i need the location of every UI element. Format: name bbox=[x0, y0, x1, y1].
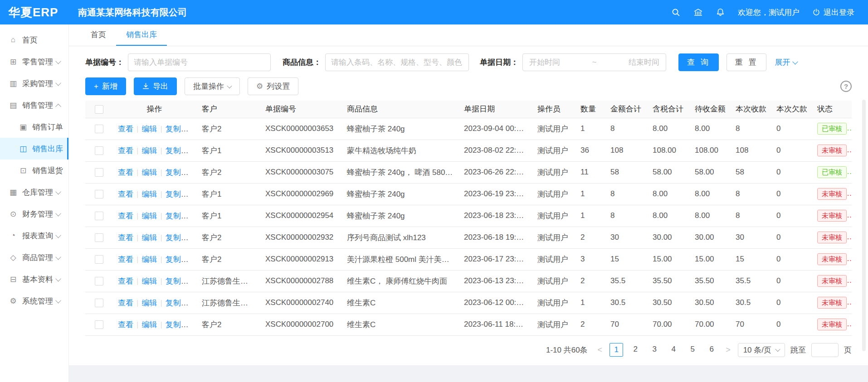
delete-link[interactable]: 删除 bbox=[189, 299, 196, 307]
page-number-3[interactable]: 3 bbox=[648, 343, 661, 357]
row-checkbox[interactable] bbox=[95, 299, 103, 307]
delete-link[interactable]: 删除 bbox=[189, 255, 196, 264]
sidebar-item-home[interactable]: ⌂ 首页 bbox=[0, 29, 68, 51]
page-number-4[interactable]: 4 bbox=[667, 343, 680, 357]
bell-icon[interactable] bbox=[716, 8, 725, 17]
view-link[interactable]: 查看 bbox=[118, 255, 133, 264]
copy-link[interactable]: 复制 bbox=[166, 146, 189, 155]
select-all-checkbox[interactable] bbox=[95, 105, 103, 114]
row-checkbox[interactable] bbox=[95, 255, 103, 264]
delete-link[interactable]: 删除 bbox=[189, 168, 196, 177]
delete-link[interactable]: 删除 bbox=[189, 190, 196, 198]
sidebar-item-sales[interactable]: ▤ 销售管理 bbox=[0, 94, 68, 116]
view-link[interactable]: 查看 bbox=[118, 190, 133, 198]
date-range-picker[interactable]: 开始时间 ~ 结束时间 bbox=[522, 53, 666, 71]
search-icon[interactable] bbox=[671, 8, 681, 17]
next-page-button[interactable]: > bbox=[724, 345, 732, 355]
column-settings-button[interactable]: ⚙ 列设置 bbox=[248, 77, 298, 95]
edit-link[interactable]: 编辑 bbox=[141, 255, 157, 264]
page-number-2[interactable]: 2 bbox=[629, 343, 642, 357]
edit-link[interactable]: 编辑 bbox=[141, 212, 157, 220]
row-checkbox[interactable] bbox=[95, 190, 103, 198]
export-button[interactable]: 导出 bbox=[134, 77, 177, 95]
sidebar-item-basic-data[interactable]: ⊟ 基本资料 bbox=[0, 268, 68, 290]
material-label: 商品信息： bbox=[283, 57, 321, 68]
row-checkbox[interactable] bbox=[95, 146, 103, 155]
separator: | bbox=[160, 277, 162, 285]
view-link[interactable]: 查看 bbox=[118, 277, 133, 285]
sidebar-item-products[interactable]: ◇ 商品管理 bbox=[0, 247, 68, 268]
reset-button[interactable]: 重 置 bbox=[727, 53, 767, 71]
delete-link[interactable]: 删除 bbox=[189, 212, 196, 220]
row-checkbox[interactable] bbox=[95, 233, 103, 242]
view-link[interactable]: 查看 bbox=[118, 168, 133, 177]
table-scrollbar[interactable] bbox=[862, 100, 866, 351]
edit-link[interactable]: 编辑 bbox=[141, 190, 157, 198]
edit-link[interactable]: 编辑 bbox=[141, 125, 157, 133]
sidebar-item-sales-outbound[interactable]: ◫ 销售出库 bbox=[0, 138, 68, 160]
bank-icon[interactable] bbox=[693, 8, 703, 17]
separator: | bbox=[160, 190, 162, 198]
sidebar-item-sales-order[interactable]: ▣ 销售订单 bbox=[0, 116, 68, 138]
batch-operations-button[interactable]: 批量操作 bbox=[185, 77, 240, 95]
edit-link[interactable]: 编辑 bbox=[141, 299, 157, 307]
view-link[interactable]: 查看 bbox=[118, 320, 133, 329]
sidebar-item-system[interactable]: ⚙ 系统管理 bbox=[0, 290, 68, 312]
copy-link[interactable]: 复制 bbox=[166, 125, 189, 133]
copy-link[interactable]: 复制 bbox=[166, 233, 189, 242]
page-number-1[interactable]: 1 bbox=[610, 343, 623, 357]
expand-toggle[interactable]: 展开 bbox=[775, 57, 797, 68]
sidebar-item-label: 销售订单 bbox=[32, 122, 63, 132]
sidebar-item-warehouse[interactable]: ▦ 仓库管理 bbox=[0, 181, 68, 203]
logout-button[interactable]: 退出登录 bbox=[812, 7, 854, 18]
row-checkbox[interactable] bbox=[95, 125, 103, 133]
search-button[interactable]: 查 询 bbox=[678, 53, 719, 71]
sidebar-item-purchase[interactable]: ▥ 采购管理 bbox=[0, 73, 68, 94]
copy-link[interactable]: 复制 bbox=[166, 320, 189, 329]
copy-link[interactable]: 复制 bbox=[166, 190, 189, 198]
material-input[interactable] bbox=[325, 53, 469, 71]
page-number-5[interactable]: 5 bbox=[686, 343, 699, 357]
jump-page-input[interactable] bbox=[811, 343, 839, 357]
tab-sales-outbound[interactable]: 销售出库 bbox=[116, 24, 167, 46]
copy-link[interactable]: 复制 bbox=[166, 168, 189, 177]
sidebar-item-retail[interactable]: ⊞ 零售管理 bbox=[0, 51, 68, 73]
pagination-total: 1-10 共60条 bbox=[546, 345, 588, 355]
prev-page-button[interactable]: < bbox=[596, 345, 605, 355]
view-link[interactable]: 查看 bbox=[118, 146, 133, 155]
delete-link[interactable]: 删除 bbox=[189, 320, 196, 329]
copy-link[interactable]: 复制 bbox=[166, 255, 189, 264]
delete-link[interactable]: 删除 bbox=[189, 125, 196, 133]
row-checkbox[interactable] bbox=[95, 277, 103, 285]
add-button[interactable]: + 新增 bbox=[85, 77, 126, 95]
edit-link[interactable]: 编辑 bbox=[141, 320, 157, 329]
delete-link[interactable]: 删除 bbox=[189, 146, 196, 155]
row-checkbox[interactable] bbox=[95, 320, 103, 329]
sidebar-item-finance[interactable]: ⊙ 财务管理 bbox=[0, 203, 68, 225]
page-number-6[interactable]: 6 bbox=[705, 343, 718, 357]
view-link[interactable]: 查看 bbox=[118, 212, 133, 220]
view-link[interactable]: 查看 bbox=[118, 125, 133, 133]
tab-home[interactable]: 首页 bbox=[81, 24, 116, 46]
copy-link[interactable]: 复制 bbox=[166, 277, 189, 285]
copy-link[interactable]: 复制 bbox=[166, 299, 189, 307]
sidebar-item-sales-return[interactable]: ⊡ 销售退货 bbox=[0, 160, 68, 181]
edit-link[interactable]: 编辑 bbox=[141, 168, 157, 177]
view-link[interactable]: 查看 bbox=[118, 233, 133, 242]
row-checkbox[interactable] bbox=[95, 168, 103, 177]
page-size-select[interactable]: 10 条/页 bbox=[738, 343, 785, 357]
sidebar-item-reports[interactable]: ◔ 报表查询 bbox=[0, 225, 68, 247]
help-icon[interactable]: ? bbox=[840, 81, 852, 92]
edit-link[interactable]: 编辑 bbox=[141, 233, 157, 242]
delete-link[interactable]: 删除 bbox=[189, 233, 196, 242]
edit-link[interactable]: 编辑 bbox=[141, 277, 157, 285]
warehouse-icon: ▦ bbox=[8, 188, 18, 197]
row-checkbox[interactable] bbox=[95, 212, 103, 220]
edit-link[interactable]: 编辑 bbox=[141, 146, 157, 155]
welcome-user[interactable]: 欢迎您，测试用户 bbox=[738, 7, 800, 18]
delete-link[interactable]: 删除 bbox=[189, 277, 196, 285]
copy-link[interactable]: 复制 bbox=[166, 212, 189, 220]
bill-no-input[interactable] bbox=[128, 53, 271, 71]
view-link[interactable]: 查看 bbox=[118, 299, 133, 307]
cell-receivable: 108.00 bbox=[689, 140, 730, 161]
